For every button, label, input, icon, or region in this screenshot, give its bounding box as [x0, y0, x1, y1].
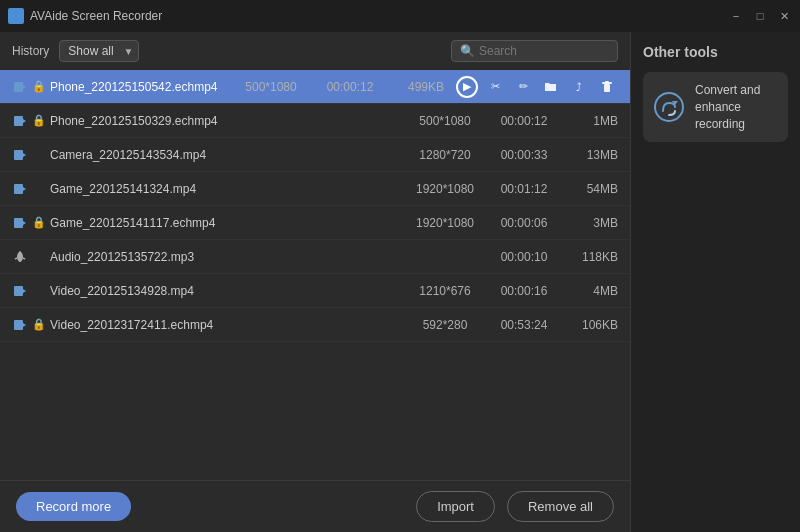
file-name: Video_220123172411.echmp4 — [50, 318, 401, 332]
window-controls: − □ ✕ — [728, 8, 792, 24]
file-resolution: 1920*1080 — [405, 216, 485, 230]
file-resolution: 500*1080 — [405, 114, 485, 128]
file-duration: 00:00:10 — [489, 250, 559, 264]
file-resolution: 1210*676 — [405, 284, 485, 298]
svg-line-13 — [15, 258, 17, 259]
play-button[interactable]: ▶ — [456, 76, 478, 98]
table-row[interactable]: 🔒 Camera_220125143534.mp4 1280*720 00:00… — [0, 138, 630, 172]
file-size: 13MB — [563, 148, 618, 162]
svg-rect-15 — [14, 286, 23, 296]
app-title: AVAide Screen Recorder — [30, 9, 728, 23]
file-list: 🔒 Phone_220125150542.echmp4 500*1080 00:… — [0, 70, 630, 480]
file-size: 118KB — [563, 250, 618, 264]
bottom-bar: Record more Import Remove all — [0, 480, 630, 532]
filter-dropdown-wrapper[interactable]: Show all Video Audio ▼ — [59, 40, 139, 62]
file-size: 54MB — [563, 182, 618, 196]
file-name: Video_220125134928.mp4 — [50, 284, 401, 298]
file-size: 1MB — [563, 114, 618, 128]
file-type-icon — [12, 114, 28, 128]
app-icon — [8, 8, 24, 24]
file-type-icon — [12, 216, 28, 230]
file-duration: 00:00:06 — [489, 216, 559, 230]
titlebar: AVAide Screen Recorder − □ ✕ — [0, 0, 800, 32]
remove-all-button[interactable]: Remove all — [507, 491, 614, 522]
svg-rect-5 — [14, 116, 23, 126]
file-duration: 00:01:12 — [489, 182, 559, 196]
file-name: Phone_220125150329.echmp4 — [50, 114, 401, 128]
maximize-button[interactable]: □ — [752, 8, 768, 24]
svg-rect-7 — [14, 150, 23, 160]
svg-marker-16 — [23, 289, 26, 293]
svg-marker-10 — [23, 187, 26, 191]
panel-title: Other tools — [643, 44, 788, 60]
file-name: Phone_220125150542.echmp4 — [50, 80, 227, 94]
file-duration: 00:00:33 — [489, 148, 559, 162]
file-resolution: 592*280 — [405, 318, 485, 332]
lock-icon: 🔒 — [32, 114, 46, 127]
history-label: History — [12, 44, 49, 58]
lock-icon: 🔒 — [32, 80, 46, 93]
svg-marker-18 — [23, 323, 26, 327]
main-layout: History Show all Video Audio ▼ 🔍 — [0, 32, 800, 532]
search-input[interactable] — [479, 44, 609, 58]
file-name: Camera_220125143534.mp4 — [50, 148, 401, 162]
svg-rect-4 — [605, 81, 609, 83]
edit-button[interactable]: ✏ — [512, 76, 534, 98]
file-name: Game_220125141324.mp4 — [50, 182, 401, 196]
table-row[interactable]: 🔒 Audio_220125135722.mp3 00:00:10 118KB — [0, 240, 630, 274]
svg-line-14 — [23, 258, 25, 259]
file-resolution: 1920*1080 — [405, 182, 485, 196]
file-duration: 00:53:24 — [489, 318, 559, 332]
file-duration: 00:00:12 — [489, 114, 559, 128]
file-size: 499KB — [389, 80, 444, 94]
svg-marker-12 — [23, 221, 26, 225]
table-row[interactable]: 🔒 Phone_220125150542.echmp4 500*1080 00:… — [0, 70, 630, 104]
table-row[interactable]: 🔒 Game_220125141324.mp4 1920*1080 00:01:… — [0, 172, 630, 206]
table-row[interactable]: 🔒 Video_220125134928.mp4 1210*676 00:00:… — [0, 274, 630, 308]
convert-tool-label: Convert and enhance recording — [695, 82, 778, 132]
search-box: 🔍 — [451, 40, 618, 62]
table-row[interactable]: 🔒 Video_220123172411.echmp4 592*280 00:5… — [0, 308, 630, 342]
filter-dropdown[interactable]: Show all Video Audio — [59, 40, 139, 62]
file-duration: 00:00:12 — [315, 80, 385, 94]
svg-rect-2 — [604, 84, 610, 92]
right-panel: Other tools Convert and enhance recordin… — [630, 32, 800, 532]
convert-tool-card[interactable]: Convert and enhance recording — [643, 72, 788, 142]
close-button[interactable]: ✕ — [776, 8, 792, 24]
share-button[interactable]: ⤴ — [568, 76, 590, 98]
svg-rect-11 — [14, 218, 23, 228]
record-more-button[interactable]: Record more — [16, 492, 131, 521]
open-folder-button[interactable] — [540, 76, 562, 98]
file-name: Audio_220125135722.mp3 — [50, 250, 401, 264]
trim-button[interactable]: ✂ — [484, 76, 506, 98]
file-size: 4MB — [563, 284, 618, 298]
table-row[interactable]: 🔒 Phone_220125150329.echmp4 500*1080 00:… — [0, 104, 630, 138]
file-duration: 00:00:16 — [489, 284, 559, 298]
file-type-icon — [12, 182, 28, 196]
svg-rect-9 — [14, 184, 23, 194]
svg-marker-6 — [23, 119, 26, 123]
file-name: Game_220125141117.echmp4 — [50, 216, 401, 230]
file-type-icon — [12, 250, 28, 264]
file-resolution: 1280*720 — [405, 148, 485, 162]
lock-icon: 🔒 — [32, 318, 46, 331]
toolbar: History Show all Video Audio ▼ 🔍 — [0, 32, 630, 70]
delete-button[interactable] — [596, 76, 618, 98]
svg-marker-8 — [23, 153, 26, 157]
import-button[interactable]: Import — [416, 491, 495, 522]
left-panel: History Show all Video Audio ▼ 🔍 — [0, 32, 630, 532]
search-icon: 🔍 — [460, 44, 475, 58]
svg-point-19 — [655, 93, 683, 121]
convert-tool-icon — [653, 91, 685, 123]
file-resolution: 500*1080 — [231, 80, 311, 94]
file-type-icon — [12, 318, 28, 332]
minimize-button[interactable]: − — [728, 8, 744, 24]
table-row[interactable]: 🔒 Game_220125141117.echmp4 1920*1080 00:… — [0, 206, 630, 240]
file-type-icon — [12, 284, 28, 298]
file-size: 106KB — [563, 318, 618, 332]
lock-icon: 🔒 — [32, 216, 46, 229]
row-actions: ▶ ✂ ✏ ⤴ — [456, 76, 618, 98]
svg-rect-0 — [14, 82, 23, 92]
file-type-icon — [12, 148, 28, 162]
svg-marker-1 — [23, 85, 26, 89]
